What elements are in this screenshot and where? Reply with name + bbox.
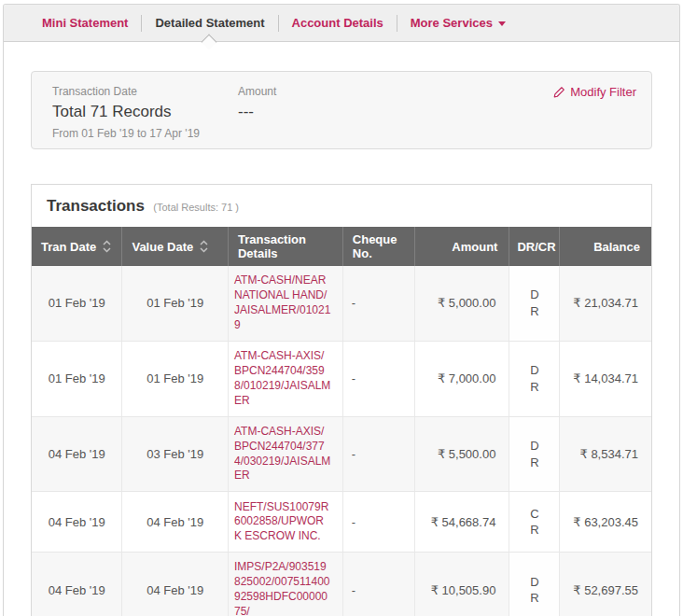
value-date-cell: 03 Feb '19 [122, 416, 229, 492]
transaction-details-cell: IMPS/P2A/903519825002/00751140092598HDFC… [228, 553, 342, 616]
cheque-no-cell: - [342, 492, 415, 553]
column-header-balance: Balance [560, 227, 651, 266]
filter-field-value: Total 71 Records [52, 103, 200, 121]
transaction-details-cell: ATM-CASH/NEAR NATIONAL HAND/JAISALMER/01… [228, 266, 342, 341]
transaction-details-text: ATM-CASH-AXIS/BPCN244704/3774/030219/JAI… [234, 425, 331, 484]
sort-up-down-icon[interactable] [200, 240, 208, 253]
tab-account-details[interactable]: Account Details [278, 15, 397, 32]
tran-date-cell: 04 Feb '19 [32, 553, 122, 616]
filter-field-range: From 01 Feb '19 to 17 Apr '19 [52, 127, 200, 140]
tran-date-cell: 04 Feb '19 [32, 416, 122, 492]
filter-field-value: --- [238, 103, 276, 121]
amount-cell: ₹ 5,500.00 [415, 416, 509, 492]
balance-cell: ₹ 21,034.71 [560, 266, 651, 341]
transactions-title: Transactions [47, 197, 145, 215]
filter-field-amount: Amount --- [238, 85, 276, 121]
transaction-details-text: NEFT/SUS10079R6002858/UPWORK ESCROW INC. [234, 500, 331, 545]
transaction-details-text: ATM-CASH-AXIS/BPCN244704/3598/010219/JAI… [234, 349, 331, 409]
cheque-no-cell: - [342, 266, 415, 341]
column-label: Value Date [132, 240, 193, 254]
transaction-details-text: IMPS/P2A/903519825002/00751140092598HDFC… [234, 560, 331, 616]
value-date-cell: 01 Feb '19 [122, 266, 229, 341]
amount-cell: ₹ 5,000.00 [415, 266, 509, 341]
column-header-value-date[interactable]: Value Date [122, 227, 229, 266]
table-header-row: Tran Date Value Date [32, 227, 651, 266]
drcr-text: DR [530, 438, 538, 470]
transaction-row: 01 Feb '19 01 Feb '19 ATM-CASH-AXIS/BPCN… [32, 341, 651, 416]
drcr-text: DR [530, 287, 538, 319]
amount-cell: ₹ 7,000.00 [415, 341, 509, 416]
tran-date-cell: 01 Feb '19 [32, 266, 122, 341]
transaction-row: 04 Feb '19 04 Feb '19 NEFT/SUS10079R6002… [32, 492, 651, 553]
transaction-details-cell: NEFT/SUS10079R6002858/UPWORK ESCROW INC. [228, 492, 342, 553]
column-header-transaction-details: Transaction Details [228, 227, 342, 266]
drcr-text: DR [530, 574, 538, 607]
transaction-details-cell: ATM-CASH-AXIS/BPCN244704/3598/010219/JAI… [228, 341, 342, 416]
drcr-cell: DR [509, 416, 560, 492]
cheque-no-cell: - [342, 553, 415, 616]
filter-field-transaction-date: Transaction Date Total 71 Records From 0… [52, 85, 200, 140]
drcr-cell: DR [509, 553, 560, 616]
column-header-drcr: DR/CR [509, 227, 560, 266]
tab-more-services[interactable]: More Services [397, 15, 519, 32]
value-date-cell: 04 Feb '19 [122, 492, 229, 553]
cheque-no-cell: - [342, 341, 415, 416]
tab-bar: Mini StatementDetailed StatementAccount … [4, 5, 679, 42]
cheque-no-cell: - [342, 416, 415, 492]
drcr-text: DR [530, 362, 538, 395]
balance-cell: ₹ 63,203.45 [560, 492, 651, 553]
dropdown-arrow-icon [498, 21, 506, 26]
column-header-cheque-no: Cheque No. [342, 227, 415, 266]
tran-date-cell: 01 Feb '19 [32, 341, 122, 416]
active-tab-caret [201, 34, 216, 49]
tab-mini-statement[interactable]: Mini Statement [29, 15, 141, 32]
tab-detailed-statement[interactable]: Detailed Statement [141, 15, 277, 32]
balance-cell: ₹ 8,534.71 [560, 416, 651, 492]
balance-cell: ₹ 52,697.55 [560, 553, 651, 616]
pencil-icon [553, 86, 565, 98]
tab-label: Detailed Statement [155, 15, 264, 32]
column-header-tran-date[interactable]: Tran Date [32, 227, 122, 266]
column-label: Tran Date [41, 240, 96, 254]
transaction-row: 04 Feb '19 03 Feb '19 ATM-CASH-AXIS/BPCN… [32, 416, 651, 492]
transaction-details-cell: ATM-CASH-AXIS/BPCN244704/3774/030219/JAI… [228, 416, 342, 492]
amount-cell: ₹ 54,668.74 [415, 492, 509, 553]
drcr-text: CR [530, 506, 538, 539]
transaction-row: 04 Feb '19 04 Feb '19 IMPS/P2A/903519825… [32, 553, 651, 616]
column-header-amount: Amount [415, 227, 509, 266]
tab-label: More Services [411, 15, 493, 32]
filter-summary-box: Transaction Date Total 71 Records From 0… [31, 71, 652, 149]
drcr-cell: DR [509, 266, 560, 341]
modify-filter-label: Modify Filter [570, 85, 636, 99]
modify-filter-button[interactable]: Modify Filter [553, 85, 636, 99]
transaction-details-text: ATM-CASH/NEAR NATIONAL HAND/JAISALMER/01… [234, 273, 331, 333]
transactions-title-row: Transactions (Total Results: 71 ) [32, 185, 651, 227]
statement-page: Mini StatementDetailed StatementAccount … [3, 4, 680, 616]
tab-label: Account Details [292, 15, 383, 32]
transactions-tbody: 01 Feb '19 01 Feb '19 ATM-CASH/NEAR NATI… [32, 266, 651, 616]
tab-label: Mini Statement [42, 15, 128, 32]
filter-field-label: Amount [238, 85, 276, 98]
sort-up-down-icon[interactable] [103, 240, 111, 253]
amount-cell: ₹ 10,505.90 [415, 553, 509, 616]
value-date-cell: 04 Feb '19 [122, 553, 229, 616]
filter-field-label: Transaction Date [52, 85, 200, 98]
tran-date-cell: 04 Feb '19 [32, 492, 122, 553]
value-date-cell: 01 Feb '19 [122, 341, 229, 416]
drcr-cell: DR [509, 341, 560, 416]
drcr-cell: CR [509, 492, 560, 553]
transaction-row: 01 Feb '19 01 Feb '19 ATM-CASH/NEAR NATI… [32, 266, 651, 341]
balance-cell: ₹ 14,034.71 [560, 341, 651, 416]
transactions-table: Tran Date Value Date [32, 227, 651, 616]
transactions-total-results: (Total Results: 71 ) [153, 202, 239, 213]
transactions-panel: Transactions (Total Results: 71 ) Tran D… [31, 184, 652, 616]
